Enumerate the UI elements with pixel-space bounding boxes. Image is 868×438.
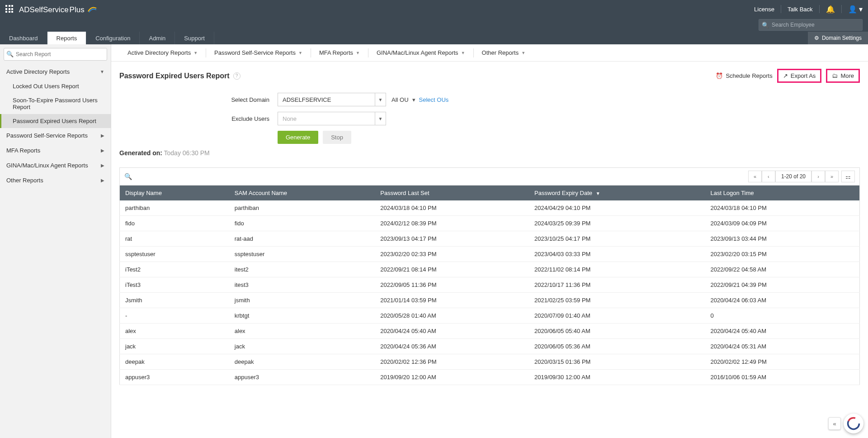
exclude-users-select[interactable]: None ▼ <box>278 112 386 125</box>
col-pwd-expiry[interactable]: Password Expiry Date ▼ <box>529 186 705 201</box>
domain-select[interactable]: ADSELFSERVICE ▼ <box>278 93 386 106</box>
filter-icon: ▾ <box>412 96 415 103</box>
table-cell: jsmith <box>229 293 375 308</box>
user-icon[interactable]: 👤 ▾ <box>848 5 863 14</box>
tab-configuration[interactable]: Configuration <box>86 32 140 44</box>
table-row[interactable]: -krbtgt2020/05/28 01:40 AM2020/07/09 01:… <box>120 308 860 324</box>
chevron-right-icon: ▶ <box>101 163 104 168</box>
table-cell: jack <box>229 339 375 354</box>
license-link[interactable]: License <box>754 6 774 13</box>
more-icon: 🗂 <box>832 72 838 79</box>
table-cell: 2020/04/24 05:36 AM <box>375 339 529 354</box>
table-row[interactable]: alexalex2020/04/24 05:40 AM2020/06/05 05… <box>120 324 860 339</box>
subnav-mfa[interactable]: MFA Reports▼ <box>311 44 368 62</box>
table-row[interactable]: iTest3itest32022/09/05 11:36 PM2022/10/1… <box>120 277 860 293</box>
col-display-name[interactable]: Display Name <box>120 186 229 201</box>
chat-button[interactable] <box>844 414 863 433</box>
page-last-button[interactable]: » <box>825 171 839 182</box>
clock-icon: ⏰ <box>716 72 723 79</box>
product-name: ADSelfServicePlus <box>19 4 97 14</box>
table-cell: 0 <box>705 308 859 324</box>
select-ous-link[interactable]: Select OUs <box>419 96 449 103</box>
table-cell: ssptestuser <box>120 247 229 262</box>
table-cell: 2024/03/18 04:10 PM <box>375 200 529 216</box>
page-prev-button[interactable]: ‹ <box>762 171 775 182</box>
exclude-users-label: Exclude Users <box>119 115 278 122</box>
table-cell: fido <box>229 216 375 231</box>
table-search-icon[interactable]: 🔍 <box>124 173 132 180</box>
table-row[interactable]: iTest2itest22022/09/21 08:14 PM2022/11/0… <box>120 262 860 277</box>
table-row[interactable]: ssptestuserssptestuser2023/02/20 02:33 P… <box>120 247 860 262</box>
export-as-button[interactable]: ↗ Export As <box>777 69 822 83</box>
table-cell: 2023/02/20 03:15 PM <box>705 247 859 262</box>
chat-collapse-button[interactable]: « <box>828 417 841 430</box>
more-button[interactable]: 🗂 More <box>826 69 860 83</box>
table-cell: 2023/09/13 03:44 PM <box>705 231 859 247</box>
page-next-button[interactable]: › <box>811 171 825 182</box>
chevron-down-icon: ▼ <box>461 51 465 55</box>
bell-icon[interactable]: 🔔 <box>826 5 835 14</box>
table-cell: rat <box>120 231 229 247</box>
table-cell: ssptestuser <box>229 247 375 262</box>
table-row[interactable]: appuser3appuser32019/09/20 12:00 AM2019/… <box>120 370 860 385</box>
column-chooser-button[interactable]: ⚏ <box>841 171 855 182</box>
tab-support[interactable]: Support <box>175 32 214 44</box>
report-filters: Select Domain ADSELFSERVICE ▼ All OU ▾ S… <box>111 88 868 163</box>
sidebar: 🔍 Active Directory Reports▼ Locked Out U… <box>0 44 111 438</box>
report-search-input[interactable] <box>4 48 107 61</box>
sidebar-item-locked[interactable]: Locked Out Users Report <box>0 79 111 93</box>
table-cell: 2024/04/29 04:10 PM <box>529 200 705 216</box>
subnav-pssr[interactable]: Password Self-Service Reports▼ <box>206 44 311 62</box>
table-cell: parthiban <box>120 200 229 216</box>
table-cell: 2020/04/24 05:40 AM <box>375 324 529 339</box>
table-cell: fido <box>120 216 229 231</box>
sidebar-group-gina[interactable]: GINA/Mac/Linux Agent Reports▶ <box>0 158 111 173</box>
chevron-down-icon: ▼ <box>298 51 302 55</box>
subnav-adr[interactable]: Active Directory Reports▼ <box>119 44 206 62</box>
table-cell: 2022/09/22 04:58 AM <box>705 262 859 277</box>
table-row[interactable]: ratrat-aad2023/09/13 04:17 PM2023/10/25 … <box>120 231 860 247</box>
schedule-reports-button[interactable]: ⏰ Schedule Reports <box>716 72 772 79</box>
generate-button[interactable]: Generate <box>278 131 318 144</box>
page-first-button[interactable]: « <box>748 171 762 182</box>
table-cell: - <box>120 308 229 324</box>
table-cell: 2020/03/15 01:36 PM <box>529 354 705 370</box>
sidebar-item-soon-expire[interactable]: Soon-To-Expire Password Users Report <box>0 93 111 114</box>
table-cell: 2016/10/06 01:59 AM <box>705 370 859 385</box>
table-cell: 2021/01/14 03:59 PM <box>375 293 529 308</box>
table-cell: 2023/10/25 04:17 PM <box>529 231 705 247</box>
table-cell: krbtgt <box>229 308 375 324</box>
table-cell: appuser3 <box>120 370 229 385</box>
separator <box>819 5 820 13</box>
talkback-link[interactable]: Talk Back <box>788 6 813 13</box>
stop-button[interactable]: Stop <box>323 131 351 144</box>
apps-grid-icon[interactable] <box>5 5 14 13</box>
subnav-other[interactable]: Other Reports▼ <box>474 44 534 62</box>
generated-on-label: Generated on: <box>119 149 162 157</box>
table-cell: 2020/04/24 05:31 AM <box>705 339 859 354</box>
sidebar-item-pwd-expired[interactable]: Password Expired Users Report <box>0 114 111 128</box>
table-cell: 2022/10/17 11:36 PM <box>529 277 705 293</box>
help-icon[interactable]: ? <box>233 72 241 80</box>
table-row[interactable]: parthibanparthiban2024/03/18 04:10 PM202… <box>120 200 860 216</box>
domain-settings-button[interactable]: ⚙ Domain Settings <box>808 32 868 44</box>
table-cell: 2024/03/18 04:10 PM <box>705 200 859 216</box>
table-row[interactable]: jackjack2020/04/24 05:36 AM2020/06/05 05… <box>120 339 860 354</box>
col-pwd-last-set[interactable]: Password Last Set <box>375 186 529 201</box>
tab-admin[interactable]: Admin <box>140 32 175 44</box>
subnav-gina[interactable]: GINA/Mac/Linux Agent Reports▼ <box>368 44 473 62</box>
tab-reports[interactable]: Reports <box>47 32 87 44</box>
sidebar-group-pssr[interactable]: Password Self-Service Reports▶ <box>0 128 111 143</box>
sidebar-group-adr[interactable]: Active Directory Reports▼ <box>0 64 111 79</box>
table-row[interactable]: Jsmithjsmith2021/01/14 03:59 PM2021/02/2… <box>120 293 860 308</box>
table-row[interactable]: fidofido2024/02/12 08:39 PM2024/03/25 09… <box>120 216 860 231</box>
employee-search-input[interactable] <box>759 19 863 31</box>
sidebar-group-mfa[interactable]: MFA Reports▶ <box>0 143 111 158</box>
table-row[interactable]: deepakdeepak2020/02/02 12:36 PM2020/03/1… <box>120 354 860 370</box>
sidebar-group-other[interactable]: Other Reports▶ <box>0 173 111 188</box>
col-sam[interactable]: SAM Account Name <box>229 186 375 201</box>
export-icon: ↗ <box>783 72 788 79</box>
col-last-logon[interactable]: Last Logon Time <box>705 186 859 201</box>
table-cell: 2020/02/02 12:36 PM <box>375 354 529 370</box>
tab-dashboard[interactable]: Dashboard <box>0 32 47 44</box>
